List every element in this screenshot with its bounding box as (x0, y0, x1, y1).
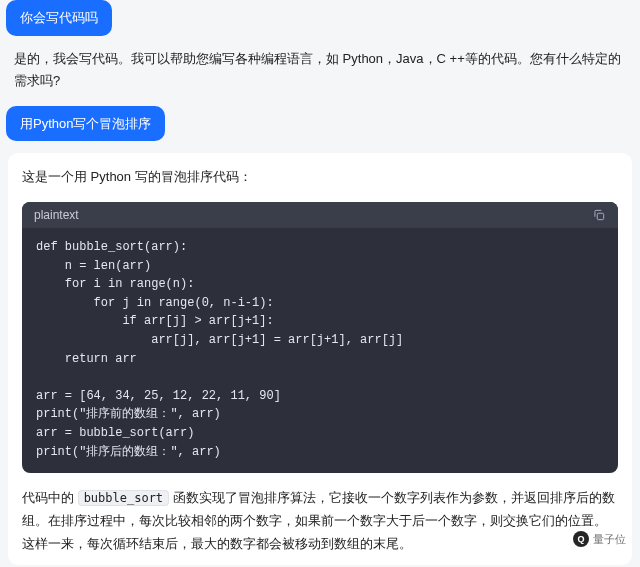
watermark-logo-text: Q (577, 534, 584, 544)
code-language-label: plaintext (34, 208, 79, 222)
user-message-1: 你会写代码吗 (6, 0, 112, 36)
inline-code-bubble-sort: bubble_sort (78, 490, 169, 506)
user-message-2: 用Python写个冒泡排序 (6, 106, 165, 142)
watermark-label: 量子位 (593, 532, 626, 547)
explain-pre: 代码中的 (22, 490, 78, 505)
user-message-1-text: 你会写代码吗 (20, 10, 98, 25)
chat-container: 你会写代码吗 是的，我会写代码。我可以帮助您编写各种编程语言，如 Python，… (0, 0, 640, 565)
svg-rect-0 (597, 213, 603, 219)
copy-icon[interactable] (592, 208, 606, 222)
watermark-logo: Q (573, 531, 589, 547)
assistant-explanation: 代码中的 bubble_sort 函数实现了冒泡排序算法，它接收一个数字列表作为… (22, 487, 618, 555)
assistant-message-1: 是的，我会写代码。我可以帮助您编写各种编程语言，如 Python，Java，C … (0, 48, 640, 106)
code-header: plaintext (22, 202, 618, 228)
code-block: plaintext def bubble_sort(arr): n = len(… (22, 202, 618, 473)
watermark: Q 量子位 (573, 531, 626, 547)
user-message-2-text: 用Python写个冒泡排序 (20, 116, 151, 131)
assistant-intro: 这是一个用 Python 写的冒泡排序代码： (22, 167, 618, 188)
code-content: def bubble_sort(arr): n = len(arr) for i… (22, 228, 618, 473)
assistant-intro-text: 这是一个用 Python 写的冒泡排序代码： (22, 169, 252, 184)
assistant-message-1-text: 是的，我会写代码。我可以帮助您编写各种编程语言，如 Python，Java，C … (14, 51, 621, 88)
assistant-reply-card: 这是一个用 Python 写的冒泡排序代码： plaintext def bub… (8, 153, 632, 565)
